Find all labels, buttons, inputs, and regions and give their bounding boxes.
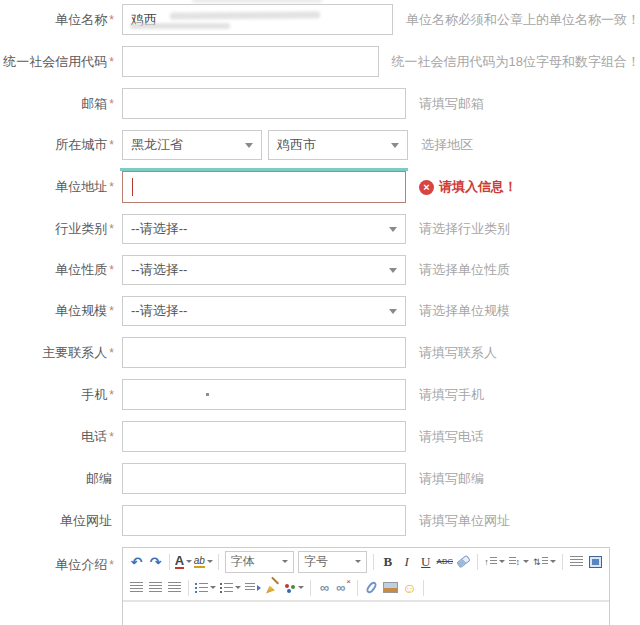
undo-button[interactable]: ↶ (127, 551, 146, 572)
chevron-down-icon (207, 560, 213, 563)
contact-input[interactable] (122, 337, 406, 368)
unit-name-input[interactable] (122, 4, 393, 35)
chevron-down-icon (210, 586, 216, 589)
chevron-down-icon (298, 586, 304, 589)
phone-input[interactable] (122, 421, 406, 452)
unit-name-hint: 单位名称必须和公章上的单位名称一致！ (406, 11, 640, 29)
address-input[interactable] (122, 171, 406, 203)
mobile-input[interactable] (122, 379, 406, 410)
censor-blur (192, 0, 322, 3)
align-justify-button[interactable] (165, 577, 184, 598)
align-center-button[interactable] (127, 577, 146, 598)
font-color-button[interactable]: A (174, 551, 193, 572)
chevron-down-icon (245, 143, 253, 148)
styles-palette-button[interactable] (282, 577, 306, 598)
toolbar-separator (477, 554, 478, 570)
registration-form: 单位名称* 单位名称必须和公章上的单位名称一致！ 统一社会信用代码* 统一社会信… (0, 0, 640, 625)
unit-name-label: 单位名称* (0, 12, 114, 28)
row-credit-code: 统一社会信用代码* 统一社会信用代码为18位字母和数字组合！ (0, 46, 640, 77)
scale-value: --请选择-- (131, 302, 187, 320)
align-right-button[interactable] (146, 577, 165, 598)
industry-hint: 请选择行业类别 (419, 220, 510, 238)
row-unit-name: 单位名称* 单位名称必须和公章上的单位名称一致！ (0, 4, 640, 35)
arrows-sort-icon: ⇅ (533, 557, 541, 567)
phone-hint: 请填写电话 (419, 428, 484, 446)
nature-select[interactable]: --请选择-- (122, 255, 406, 285)
industry-select[interactable]: --请选择-- (122, 214, 406, 244)
chevron-down-icon (389, 268, 397, 273)
indent-button[interactable] (243, 577, 263, 598)
insert-image-button[interactable] (381, 577, 400, 598)
row-city: 所在城市* 黑龙江省 鸡西市 选择地区 (0, 130, 640, 160)
insert-link-button[interactable]: ∞ (315, 577, 334, 598)
toolbar-separator (218, 554, 219, 570)
emoticon-button[interactable]: ☺ (400, 577, 419, 598)
paragraph-spacing-after-button[interactable]: ↕ (507, 551, 531, 572)
unordered-list-button[interactable] (218, 577, 243, 598)
palette-icon (284, 583, 296, 593)
postcode-hint: 请填写邮编 (419, 470, 484, 488)
city-select[interactable]: 鸡西市 (268, 130, 408, 160)
attachment-button[interactable] (362, 577, 381, 598)
scale-select[interactable]: --请选择-- (122, 296, 406, 326)
indent-lines-icon (570, 556, 583, 567)
paperclip-icon (365, 580, 379, 595)
highlight-color-button[interactable]: ab (193, 551, 214, 572)
city-hint: 选择地区 (421, 136, 473, 154)
email-input[interactable] (122, 88, 406, 119)
editor-toolbar-row1: ↶ ↷ A ab 字体 字号 B I U ABC ↑ ↕ ⇅ (123, 548, 609, 575)
bold-button[interactable]: B (378, 551, 397, 572)
chevron-down-icon (389, 227, 397, 232)
row-industry: 行业类别* --请选择-- 请选择行业类别 (0, 214, 640, 244)
toolbar-separator (562, 554, 563, 570)
required-asterisk: * (109, 13, 114, 27)
censor-dot (206, 393, 209, 396)
font-size-select[interactable]: 字号 (298, 551, 367, 573)
fullscreen-button[interactable] (586, 551, 605, 572)
row-scale: 单位规模* --请选择-- 请选择单位规模 (0, 296, 640, 326)
toolbar-separator (423, 580, 424, 596)
required-asterisk: * (109, 346, 114, 360)
paragraph-spacing-before-button[interactable]: ↑ (482, 551, 506, 572)
line-height-button[interactable]: ⇅ (531, 551, 558, 572)
underline-button[interactable]: U (416, 551, 435, 572)
toolbar-separator (310, 580, 311, 596)
city-label: 所在城市* (0, 137, 114, 153)
credit-code-input[interactable] (122, 46, 379, 77)
chevron-down-icon (523, 560, 529, 563)
email-hint: 请填写邮箱 (419, 95, 484, 113)
align-justify-icon (168, 582, 181, 593)
row-contact: 主要联系人* 请填写联系人 (0, 337, 640, 368)
required-asterisk: * (109, 222, 114, 236)
credit-code-hint: 统一社会信用代码为18位字母和数字组合！ (392, 53, 640, 71)
remove-format-button[interactable] (454, 551, 473, 572)
strikethrough-button[interactable]: ABC (435, 551, 454, 572)
ordered-list-icon (195, 583, 208, 593)
arrow-updown-icon: ↕ (516, 557, 521, 567)
required-asterisk: * (109, 388, 114, 402)
required-asterisk: * (109, 180, 114, 194)
unlink-x-icon: × (346, 577, 351, 586)
province-select[interactable]: 黑龙江省 (122, 130, 262, 160)
font-family-select[interactable]: 字体 (225, 551, 294, 573)
address-label: 单位地址* (0, 179, 114, 195)
website-input[interactable] (122, 505, 406, 536)
postcode-input[interactable] (122, 463, 406, 494)
chevron-down-icon (355, 560, 361, 563)
redo-button[interactable]: ↷ (146, 551, 165, 572)
italic-button[interactable]: I (397, 551, 416, 572)
nature-value: --请选择-- (131, 261, 187, 279)
chevron-down-icon (389, 309, 397, 314)
eraser-icon (457, 555, 472, 569)
ordered-list-button[interactable] (193, 577, 218, 598)
editor-content-area[interactable] (123, 602, 609, 625)
align-right-icon (149, 582, 162, 593)
editor-toolbar-row2: ∞ ∞× ☺ (123, 575, 609, 602)
first-line-indent-button[interactable] (567, 551, 586, 572)
toolbar-separator (188, 580, 189, 596)
remove-link-button[interactable]: ∞× (334, 577, 353, 598)
chevron-down-icon (499, 560, 505, 563)
unordered-list-icon (220, 583, 233, 593)
format-brush-button[interactable] (263, 577, 282, 598)
row-nature: 单位性质* --请选择-- 请选择单位性质 (0, 255, 640, 285)
